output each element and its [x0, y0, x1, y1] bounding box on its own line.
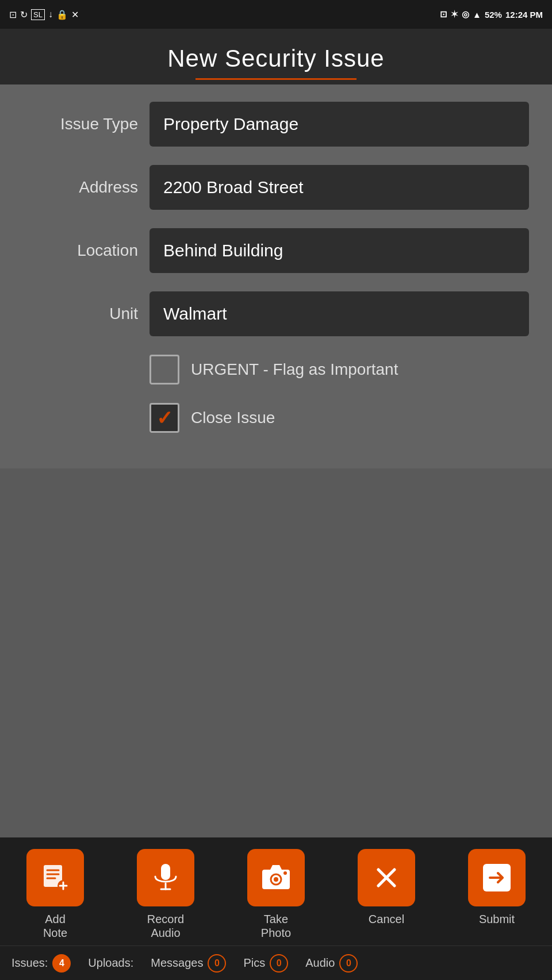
record-audio-button[interactable]: Record Audio — [137, 849, 194, 940]
issue-type-row: Issue Type — [23, 102, 529, 147]
take-photo-icon — [260, 862, 292, 894]
bottom-status-bar: Issues: 4 Uploads: Messages 0 Pics 0 Aud… — [0, 946, 552, 980]
status-bar: ⊡ ↻ SL ↓ 🔒 ✕ ⊡ ✶ ◎ ▲ 52% 12:24 PM — [0, 0, 552, 29]
messages-label: Messages — [151, 956, 203, 970]
svg-point-12 — [274, 877, 278, 882]
issues-badge: 4 — [52, 954, 71, 973]
address-label: Address — [23, 178, 138, 197]
header-underline — [195, 78, 356, 80]
close-issue-checkbox-label: Close Issue — [191, 409, 275, 427]
main-content: Issue Type Address Location Unit URGENT … — [0, 84, 552, 468]
pics-label: Pics — [243, 956, 265, 970]
submit-button[interactable]: Submit — [468, 849, 526, 926]
cancel-icon-wrap — [358, 849, 415, 906]
submit-icon-wrap — [468, 849, 526, 906]
svg-point-13 — [283, 871, 287, 875]
location-input[interactable] — [150, 228, 529, 273]
issues-count-item: Issues: 4 — [12, 954, 71, 973]
take-photo-label: Take Photo — [261, 912, 291, 940]
signal-icon: ▲ — [473, 10, 481, 20]
add-note-label: Add Note — [43, 912, 67, 940]
svg-rect-7 — [161, 864, 170, 880]
take-photo-icon-wrap — [247, 849, 305, 906]
audio-label: Audio — [305, 956, 335, 970]
sync-icon: ↻ — [20, 9, 28, 20]
unit-label: Unit — [23, 305, 138, 323]
urgent-checkbox-label: URGENT - Flag as Important — [191, 360, 398, 379]
battery-percent: 52% — [485, 10, 502, 20]
add-note-button[interactable]: Add Note — [26, 849, 84, 940]
address-row: Address — [23, 165, 529, 210]
status-bar-left-icons: ⊡ ↻ SL ↓ 🔒 ✕ — [9, 9, 79, 20]
cancel-label: Cancel — [369, 912, 404, 926]
bottom-toolbar: Add Note Record Audio — [0, 837, 552, 946]
messages-item: Messages 0 — [151, 954, 226, 973]
battery-saver-icon: ⊡ — [9, 9, 17, 20]
checkbox-section: URGENT - Flag as Important ✓ Close Issue — [23, 355, 529, 433]
urgent-checkbox[interactable] — [150, 355, 179, 385]
cancel-icon — [370, 862, 402, 894]
issue-type-label: Issue Type — [23, 115, 138, 133]
audio-badge: 0 — [339, 954, 358, 973]
pics-item: Pics 0 — [243, 954, 288, 973]
bluetooth-icon: ✶ — [451, 9, 458, 20]
location-label: Location — [23, 241, 138, 260]
record-audio-icon-wrap — [137, 849, 194, 906]
download-icon: ↓ — [48, 9, 53, 20]
cast-icon: ⊡ — [440, 9, 447, 20]
unit-input[interactable] — [150, 291, 529, 336]
urgent-checkbox-row: URGENT - Flag as Important — [150, 355, 529, 385]
cancel-button[interactable]: Cancel — [358, 849, 415, 926]
app-header: New Security Issue — [0, 29, 552, 84]
take-photo-button[interactable]: Take Photo — [247, 849, 305, 940]
lock-icon: 🔒 — [56, 9, 68, 20]
submit-label: Submit — [479, 912, 515, 926]
uploads-item: Uploads: — [88, 956, 133, 970]
issues-label: Issues: — [12, 956, 48, 970]
checkmark-icon: ✓ — [156, 408, 172, 428]
address-input[interactable] — [150, 165, 529, 210]
wifi-icon: ◎ — [462, 9, 469, 20]
messages-badge: 0 — [208, 954, 226, 973]
unit-row: Unit — [23, 291, 529, 336]
sd-icon: SL — [31, 9, 45, 20]
time-display: 12:24 PM — [505, 10, 543, 20]
audio-item: Audio 0 — [305, 954, 358, 973]
submit-icon — [481, 862, 513, 894]
status-bar-right-icons: ⊡ ✶ ◎ ▲ 52% 12:24 PM — [440, 9, 543, 20]
close-icon: ✕ — [71, 9, 79, 20]
page-title: New Security Issue — [0, 45, 552, 72]
close-issue-checkbox-row: ✓ Close Issue — [150, 403, 529, 433]
record-audio-label: Record Audio — [147, 912, 184, 940]
uploads-label: Uploads: — [88, 956, 133, 970]
pics-badge: 0 — [270, 954, 288, 973]
issue-type-input[interactable] — [150, 102, 529, 147]
record-audio-icon — [150, 862, 182, 894]
add-note-icon-wrap — [26, 849, 84, 906]
close-issue-checkbox[interactable]: ✓ — [150, 403, 179, 433]
location-row: Location — [23, 228, 529, 273]
add-note-icon — [39, 862, 71, 894]
